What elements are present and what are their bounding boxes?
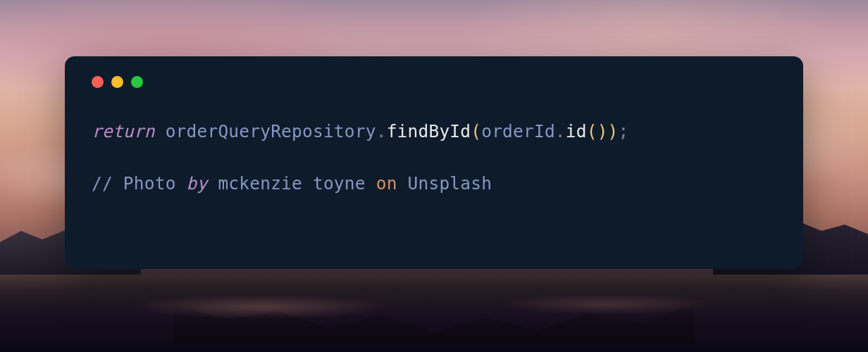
maximize-button[interactable] [131, 76, 143, 88]
minimize-button[interactable] [111, 76, 123, 88]
window-controls [92, 76, 776, 88]
semicolon: ; [619, 119, 629, 145]
space [207, 171, 218, 197]
code-window: return orderQueryRepository.findById(ord… [65, 56, 803, 269]
comment-author: mckenzie toyne [218, 171, 376, 197]
comment-source: Unsplash [408, 171, 492, 197]
code-content: return orderQueryRepository.findById(ord… [92, 119, 776, 197]
code-line-2: // Photo by mckenzie toyne on Unsplash [92, 171, 776, 197]
dot-operator: . [376, 119, 387, 145]
paren-close: ) [597, 119, 608, 145]
method-id: id [566, 119, 587, 145]
method-findbyid: findById [387, 119, 471, 145]
identifier-orderid: orderId [481, 119, 555, 145]
paren-open: ( [471, 119, 481, 145]
dot-operator: . [555, 119, 566, 145]
space [155, 119, 166, 145]
comment-slashes: // [92, 171, 123, 197]
comment-word-italic: by [187, 171, 208, 197]
keyword-return: return [92, 119, 155, 145]
paren-open: ( [587, 119, 597, 145]
comment-word-orange: on [376, 171, 397, 197]
comment-word: Photo [123, 171, 187, 197]
code-line-1: return orderQueryRepository.findById(ord… [92, 119, 776, 145]
close-button[interactable] [92, 76, 104, 88]
space [397, 171, 408, 197]
paren-close: ) [608, 119, 619, 145]
blank-line [92, 145, 776, 171]
identifier-repository: orderQueryRepository [166, 119, 376, 145]
